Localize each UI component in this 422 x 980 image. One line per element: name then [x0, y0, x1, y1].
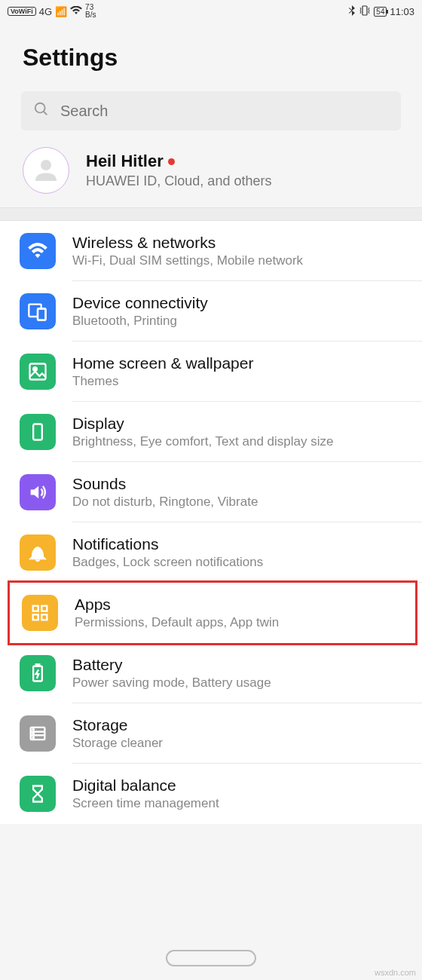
bluetooth-icon [348, 5, 356, 18]
item-subtitle: Storage cleaner [72, 736, 399, 751]
bell-icon [20, 534, 56, 571]
vowifi-badge: VoWiFi [8, 7, 36, 16]
item-subtitle: Brightness, Eye comfort, Text and displa… [72, 434, 399, 449]
settings-item-hourglass[interactable]: Digital balance Screen time management [0, 764, 422, 824]
settings-item-wifi[interactable]: Wireless & networks Wi-Fi, Dual SIM sett… [0, 221, 422, 281]
signal-icon: 📶 [55, 6, 67, 17]
wifi-icon [20, 233, 56, 269]
svg-rect-11 [41, 606, 47, 611]
speed-unit: B/s [85, 11, 96, 19]
svg-point-8 [33, 367, 37, 371]
nav-pill[interactable] [166, 950, 256, 966]
battery-icon [20, 655, 56, 691]
search-bar[interactable] [21, 91, 401, 130]
vibrate-icon [359, 5, 371, 18]
item-title: Sounds [72, 475, 399, 493]
search-icon [33, 101, 50, 121]
section-divider [0, 207, 422, 221]
settings-item-storage[interactable]: Storage Storage cleaner [0, 703, 422, 764]
svg-rect-0 [362, 6, 367, 15]
svg-rect-10 [33, 606, 38, 611]
page-title: Settings [23, 44, 399, 72]
item-title: Wireless & networks [72, 234, 399, 252]
svg-rect-5 [38, 309, 46, 320]
item-title: Apps [75, 596, 397, 614]
status-bar: VoWiFi 4G 📶 73 B/s 54 11:03 [0, 0, 422, 23]
settings-item-wallpaper[interactable]: Home screen & wallpaper Themes [0, 341, 422, 402]
item-subtitle: Do not disturb, Ringtone, Vibrate [72, 495, 399, 510]
svg-point-19 [32, 729, 34, 730]
display-icon [20, 414, 56, 450]
settings-list: Wireless & networks Wi-Fi, Dual SIM sett… [0, 221, 422, 824]
item-subtitle: Permissions, Default apps, App twin [75, 615, 397, 630]
item-title: Notifications [72, 535, 399, 553]
item-title: Battery [72, 656, 399, 674]
item-title: Storage [72, 716, 399, 734]
item-subtitle: Bluetooth, Printing [72, 314, 399, 329]
item-subtitle: Screen time management [72, 796, 399, 811]
item-title: Digital balance [72, 776, 399, 795]
notification-dot-icon [168, 158, 175, 165]
svg-point-20 [32, 733, 34, 734]
settings-item-battery[interactable]: Battery Power saving mode, Battery usage [0, 643, 422, 703]
item-subtitle: Wi-Fi, Dual SIM settings, Mobile network [72, 253, 399, 268]
svg-rect-9 [33, 424, 42, 440]
account-row[interactable]: Heil Hitler HUAWEI ID, Cloud, and others [0, 138, 422, 207]
watermark: wsxdn.com [375, 968, 416, 977]
svg-rect-13 [41, 614, 47, 620]
settings-item-device[interactable]: Device connectivity Bluetooth, Printing [0, 281, 422, 341]
battery-icon: 54 [374, 7, 387, 17]
svg-point-1 [35, 103, 45, 113]
wifi-icon [70, 6, 82, 17]
settings-item-display[interactable]: Display Brightness, Eye comfort, Text an… [0, 402, 422, 462]
item-title: Home screen & wallpaper [72, 354, 399, 372]
svg-line-2 [44, 112, 47, 115]
hourglass-icon [20, 776, 56, 812]
account-subtitle: HUAWEI ID, Cloud, and others [86, 173, 271, 189]
item-title: Device connectivity [72, 294, 399, 312]
wallpaper-icon [20, 354, 56, 390]
svg-rect-12 [33, 614, 38, 620]
apps-icon [22, 595, 58, 631]
svg-rect-7 [30, 364, 46, 380]
item-subtitle: Badges, Lock screen notifications [72, 555, 399, 570]
settings-item-sound[interactable]: Sounds Do not disturb, Ringtone, Vibrate [0, 462, 422, 522]
storage-icon [20, 715, 56, 752]
sound-icon [20, 474, 56, 510]
item-subtitle: Power saving mode, Battery usage [72, 675, 399, 691]
device-icon [20, 293, 56, 329]
avatar [23, 147, 69, 194]
item-subtitle: Themes [72, 374, 399, 389]
page-header: Settings [0, 23, 422, 85]
settings-item-bell[interactable]: Notifications Badges, Lock screen notifi… [0, 522, 422, 583]
account-name: Heil Hitler [86, 152, 271, 171]
svg-rect-15 [36, 664, 40, 666]
clock: 11:03 [390, 6, 414, 17]
svg-point-3 [41, 160, 51, 170]
network-indicator: 4G [39, 6, 52, 17]
search-input[interactable] [60, 103, 389, 120]
svg-point-21 [32, 737, 34, 738]
settings-item-apps[interactable]: Apps Permissions, Default apps, App twin [8, 580, 417, 645]
item-title: Display [72, 415, 399, 433]
